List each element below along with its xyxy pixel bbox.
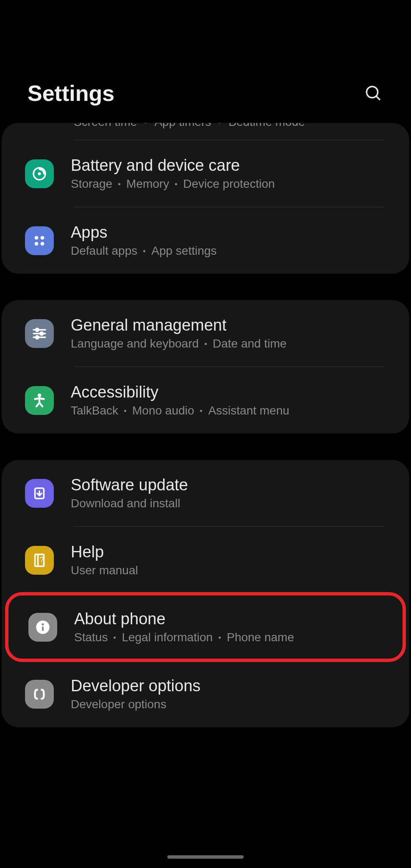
header: Settings [0,0,411,123]
nav-handle[interactable] [167,855,244,859]
accessibility-icon [25,386,54,415]
row-subtitle: Default apps App settings [71,244,397,258]
row-text: Developer options Developer options [71,677,397,711]
developer-options-icon [25,680,54,709]
row-text: Apps Default apps App settings [71,223,397,258]
row-software-update[interactable]: Software update Download and install [2,460,409,526]
svg-line-1 [376,96,380,100]
partial-subtitle: Screen time App timers Bedtime mode [74,123,384,129]
row-developer-options[interactable]: Developer options Developer options [2,661,409,727]
software-update-icon [25,479,54,508]
partial-row-digital-wellbeing[interactable]: Screen time App timers Bedtime mode [2,123,409,140]
svg-point-3 [38,172,41,175]
row-text: Help User manual [71,543,397,577]
row-title: Developer options [71,677,397,695]
row-text: Battery and device care Storage Memory D… [71,156,397,191]
settings-card: General management Language and keyboard… [2,300,409,434]
search-button[interactable] [363,83,383,103]
row-subtitle: TalkBack Mono audio Assistant menu [71,404,397,417]
row-title: Apps [71,223,397,242]
svg-point-7 [41,242,44,245]
row-text: General management Language and keyboard… [71,316,397,351]
svg-point-5 [41,236,44,239]
row-title: Accessibility [71,383,397,401]
row-text: Accessibility TalkBack Mono audio Assist… [71,383,397,417]
help-icon: ? [25,546,54,575]
apps-icon [25,226,54,255]
svg-point-4 [35,236,39,239]
battery-care-icon [25,159,54,188]
row-about-phone[interactable]: About phone Status Legal information Pho… [5,592,406,662]
row-subtitle: Download and install [71,497,397,510]
svg-point-6 [35,242,39,245]
row-title: Help [71,543,397,561]
row-accessibility[interactable]: Accessibility TalkBack Mono audio Assist… [2,367,409,434]
row-subtitle: Language and keyboard Date and time [71,337,397,351]
row-apps[interactable]: Apps Default apps App settings [2,207,409,274]
page-title: Settings [28,81,114,106]
row-help[interactable]: ? Help User manual [2,527,409,593]
row-battery-device-care[interactable]: Battery and device care Storage Memory D… [2,140,409,207]
row-general-management[interactable]: General management Language and keyboard… [2,300,409,367]
svg-text:?: ? [39,556,44,564]
row-subtitle: User manual [71,564,397,577]
row-subtitle: Developer options [71,698,397,711]
row-title: General management [71,316,397,334]
svg-point-13 [36,336,39,339]
row-title: Software update [71,476,397,494]
svg-point-0 [367,86,378,97]
row-text: About phone Status Legal information Pho… [74,610,393,644]
row-text: Software update Download and install [71,476,397,510]
row-title: About phone [74,610,393,628]
row-subtitle: Storage Memory Device protection [71,177,397,191]
about-phone-icon [28,613,57,642]
row-title: Battery and device care [71,156,397,175]
settings-card: Screen time App timers Bedtime mode Batt… [2,123,409,274]
svg-point-20 [42,623,44,625]
general-management-icon [25,319,54,348]
settings-card: Software update Download and install ? H… [2,460,409,727]
svg-rect-21 [42,626,44,631]
svg-point-11 [40,332,43,335]
row-subtitle: Status Legal information Phone name [74,631,393,644]
search-icon [364,84,382,102]
svg-point-9 [36,328,39,331]
